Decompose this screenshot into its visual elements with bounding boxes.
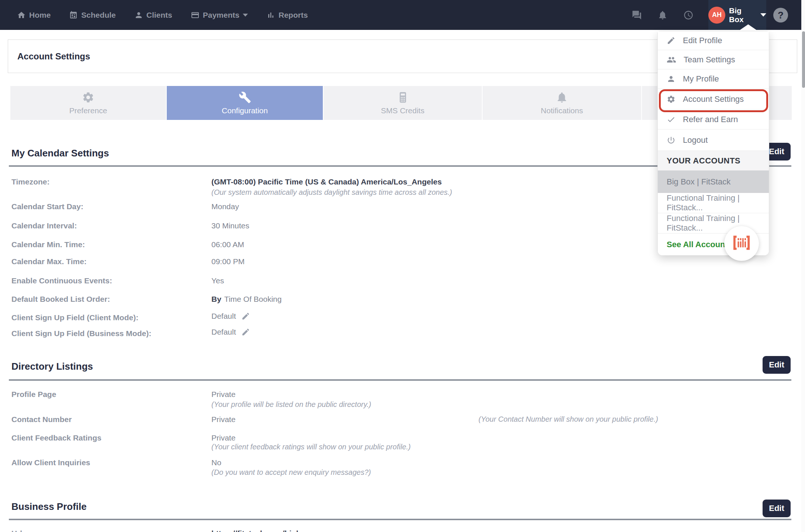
field-value-profile-page: Private bbox=[211, 390, 235, 399]
nav-clients[interactable]: Clients bbox=[134, 11, 172, 20]
nav-schedule[interactable]: Schedule bbox=[69, 11, 115, 20]
top-navbar: Home Schedule Clients Payments Reports A… bbox=[0, 0, 805, 30]
chevron-down-icon bbox=[760, 13, 766, 17]
field-note-timezone: (Our system automatically adjusts daylig… bbox=[211, 188, 452, 197]
avatar: AH bbox=[708, 7, 725, 24]
nav-clients-label: Clients bbox=[146, 11, 172, 20]
field-label-contact-number: Contact Number bbox=[11, 415, 72, 424]
field-label-timezone: Timezone: bbox=[11, 177, 49, 186]
tab-configuration-label: Configuration bbox=[222, 106, 268, 115]
section-title-business: Business Profile bbox=[11, 501, 87, 512]
bar-chart-icon bbox=[266, 11, 275, 20]
menu-item-team-settings[interactable]: Team Settings bbox=[658, 50, 769, 69]
field-label-booked-order: Default Booked List Order: bbox=[11, 295, 110, 304]
user-icon bbox=[667, 75, 676, 83]
section-divider bbox=[9, 519, 791, 520]
tab-preference-label: Preference bbox=[69, 106, 107, 115]
field-value-continuous-events: Yes bbox=[211, 276, 224, 285]
section-title-calendar: My Calendar Settings bbox=[11, 148, 109, 159]
section-title-directory: Directory Listings bbox=[11, 361, 93, 372]
field-value-start-day: Monday bbox=[211, 202, 239, 211]
field-value-feedback-ratings: Private bbox=[211, 433, 235, 442]
field-label-continuous-events: Enable Continuous Events: bbox=[11, 276, 112, 285]
field-label-start-day: Calendar Start Day: bbox=[11, 202, 83, 211]
booked-order-prefix: By bbox=[211, 295, 221, 304]
nav-payments[interactable]: Payments bbox=[191, 11, 248, 20]
home-icon bbox=[17, 11, 26, 20]
edit-pencil-icon[interactable] bbox=[241, 328, 250, 336]
field-value-signup-business: Default bbox=[211, 328, 250, 336]
tab-notifications-label: Notifications bbox=[541, 106, 583, 115]
tab-preference[interactable]: Preference bbox=[10, 86, 166, 120]
tab-configuration[interactable]: Configuration bbox=[167, 86, 323, 120]
nav-home-label: Home bbox=[29, 11, 51, 20]
users-icon bbox=[667, 55, 676, 65]
field-label-url: Url: bbox=[11, 529, 25, 532]
menu-account-functional-1[interactable]: Functional Training | FitStack... bbox=[658, 193, 769, 213]
navbar-icons bbox=[632, 0, 694, 30]
field-label-max-time: Calendar Max. Time: bbox=[11, 257, 87, 266]
menu-item-edit-profile[interactable]: Edit Profile bbox=[658, 31, 769, 50]
nav-reports[interactable]: Reports bbox=[266, 11, 308, 20]
field-label-min-time: Calendar Min. Time: bbox=[11, 240, 85, 249]
account-name: Big Box bbox=[729, 6, 757, 24]
gear-icon bbox=[82, 91, 94, 104]
booked-order-text: Time Of Booking bbox=[224, 295, 282, 304]
section-divider bbox=[9, 379, 791, 381]
tab-notifications[interactable]: Notifications bbox=[483, 86, 641, 120]
nav-payments-label: Payments bbox=[203, 11, 239, 20]
field-side-note-contact-number: (Your Contact Number will show on your p… bbox=[478, 415, 658, 424]
field-note-profile-page: (Your profile will be listed on the publ… bbox=[211, 400, 371, 409]
calculator-icon bbox=[397, 91, 409, 104]
field-label-interval: Calendar Interval: bbox=[11, 221, 77, 230]
messages-icon[interactable] bbox=[632, 10, 642, 20]
check-icon bbox=[667, 115, 676, 124]
main-nav: Home Schedule Clients Payments Reports bbox=[17, 0, 308, 30]
field-label-signup-client: Client Sign Up Field (Client Mode): bbox=[11, 313, 138, 322]
your-accounts-header: YOUR ACCOUNTS bbox=[658, 151, 769, 170]
edit-business-button[interactable]: Edit bbox=[763, 500, 791, 517]
field-value-interval: 30 Minutes bbox=[211, 221, 249, 230]
calendar-icon bbox=[69, 11, 78, 20]
scrollbar-thumb[interactable] bbox=[802, 31, 805, 88]
field-value-min-time: 06:00 AM bbox=[211, 240, 244, 249]
wrench-icon bbox=[239, 91, 251, 104]
dropdown-caret bbox=[740, 24, 756, 30]
gear-icon bbox=[667, 95, 676, 104]
field-note-feedback-ratings: (Your client feedback ratings will show … bbox=[211, 443, 411, 451]
power-icon bbox=[667, 136, 676, 145]
tab-sms-credits[interactable]: SMS Credits bbox=[324, 86, 482, 120]
user-dropdown-menu: Edit Profile Team Settings My Profile Ac… bbox=[657, 31, 769, 255]
history-clock-icon[interactable] bbox=[683, 10, 694, 20]
field-value-client-inquiries: No bbox=[211, 458, 221, 467]
edit-pencil-icon[interactable] bbox=[241, 312, 250, 321]
nav-reports-label: Reports bbox=[279, 11, 308, 20]
notifications-bell-icon[interactable] bbox=[657, 10, 668, 20]
field-label-client-inquiries: Allow Client Inquiries bbox=[11, 458, 90, 467]
menu-item-account-settings[interactable]: Account Settings bbox=[658, 89, 769, 110]
field-label-signup-business: Client Sign Up Field (Business Mode): bbox=[11, 329, 151, 338]
menu-item-logout[interactable]: Logout bbox=[658, 129, 769, 151]
field-value-timezone: (GMT-08:00) Pacific Time (US & Canada) A… bbox=[211, 177, 442, 186]
field-value-max-time: 09:00 PM bbox=[211, 257, 245, 266]
help-icon[interactable]: ? bbox=[773, 8, 788, 23]
credit-card-icon bbox=[191, 11, 200, 20]
nav-home[interactable]: Home bbox=[17, 11, 51, 20]
field-label-profile-page: Profile Page bbox=[11, 390, 56, 399]
account-switcher[interactable]: AH Big Box bbox=[708, 0, 766, 30]
menu-account-bigbox[interactable]: Big Box | FitStack bbox=[658, 170, 769, 193]
menu-item-my-profile[interactable]: My Profile bbox=[658, 69, 769, 89]
bell-icon bbox=[556, 91, 568, 104]
field-label-feedback-ratings: Client Feedback Ratings bbox=[11, 433, 101, 442]
edit-directory-button[interactable]: Edit bbox=[763, 356, 791, 374]
nav-schedule-label: Schedule bbox=[81, 11, 115, 20]
page-title: Account Settings bbox=[17, 51, 90, 62]
field-value-url: https://fitstack.com/bigbox bbox=[211, 529, 310, 532]
fitstack-logo-button[interactable] bbox=[724, 226, 759, 261]
pencil-icon bbox=[667, 36, 676, 45]
field-value-contact-number: Private bbox=[211, 415, 235, 424]
menu-item-refer-and-earn[interactable]: Refer and Earn bbox=[658, 110, 769, 129]
tab-sms-credits-label: SMS Credits bbox=[381, 106, 425, 115]
field-note-client-inquiries: (Do you want to accept new enquiry messa… bbox=[211, 468, 371, 477]
field-value-signup-client: Default bbox=[211, 312, 250, 321]
